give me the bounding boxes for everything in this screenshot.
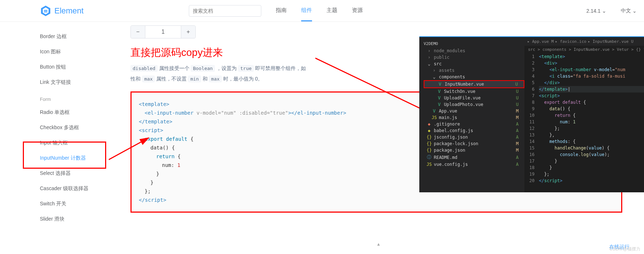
vscode-tree-item[interactable]: ◆babel.config.jsA [424,127,524,134]
nav-item[interactable]: 组件 [301,0,312,21]
vscode-tree-item[interactable]: ›public [424,54,524,61]
file-icon: ⌄ [432,74,437,79]
search-box [189,5,261,17]
file-icon: ◆ [427,128,432,133]
search-input[interactable] [189,5,261,17]
vscode-project-title: V2DEMO [419,40,524,48]
decrease-button[interactable]: − [131,26,145,38]
sidebar-group-label: Form [40,90,109,105]
watermark: CSDN @猫摆力 [609,246,640,252]
vscode-breadcrumb: src > components > InputNumber.vue > Vet… [524,46,644,53]
vscode-tree-item[interactable]: {}jsconfig.jsonA [424,134,524,140]
vscode-tab[interactable]: ▸ InputNumber.vue U [588,39,633,44]
header: Element 指南组件主题资源 2.14.1 ⌄ 中文 ⌄ [0,0,644,22]
sidebar-item[interactable]: Cascader 级联选择器 [40,181,109,196]
vscode-tree-item[interactable]: VInputNumber.vueU [424,80,524,88]
vscode-code-lines[interactable]: <template> <div> <el-input-number v-mode… [539,53,644,192]
file-icon: V [437,95,442,101]
file-icon: {} [427,141,432,146]
vscode-tree-item[interactable]: ⌄src [424,61,524,67]
sidebar-item[interactable]: Switch 开关 [40,196,109,212]
logo[interactable]: Element [40,5,84,17]
sidebar-item[interactable]: Radio 单选框 [40,105,109,120]
input-number-demo: − 1 + [130,25,196,38]
file-icon: ◆ [427,122,432,127]
sidebar-item[interactable]: Link 文字链接 [40,75,109,90]
element-logo-icon [40,5,51,17]
sidebar-item[interactable]: Input 输入框 [40,135,109,151]
code-tag: max [209,75,221,82]
vscode-panel: V2DEMO ›node_modules›public⌄src›assets⌄c… [419,36,644,192]
code-tag: Boolean [191,65,215,72]
nav-item[interactable]: 资源 [352,0,363,21]
logo-text: Element [54,6,84,16]
vscode-explorer: V2DEMO ›node_modules›public⌄src›assets⌄c… [419,37,524,192]
file-icon: V [432,108,437,114]
file-icon: V [437,102,442,107]
sidebar-item[interactable]: Icon 图标 [40,44,109,60]
sidebar-item[interactable]: Border 边框 [40,29,109,44]
file-icon: {} [427,148,432,153]
vscode-tree-item[interactable]: ›assets [424,67,524,74]
vscode-tree-item[interactable]: ◆.gitignoreA [424,121,524,127]
vscode-tree-item[interactable]: VApp.vueM [424,108,524,114]
vscode-tree-item[interactable]: JSvue.config.jsA [424,161,524,168]
file-icon: {} [427,135,432,140]
file-icon: JS [432,115,437,120]
vscode-tree-item[interactable]: JSmain.jsM [424,114,524,121]
sidebar-item[interactable]: Slider 滑块 [40,212,109,227]
vscode-tab[interactable]: ▸ favicon.ico [555,39,586,44]
vscode-tree-item[interactable]: VUploadFile.vueU [424,95,524,101]
code-tag: min [188,75,201,82]
lang-dropdown[interactable]: 中文 ⌄ [621,8,637,14]
collapse-icon[interactable]: ▲ [377,242,381,247]
file-icon: ⓘ [427,154,432,160]
vscode-tab[interactable]: ▸ App.vue M [527,39,554,44]
vscode-tree-item[interactable]: ⓘREADME.mdA [424,153,524,161]
vscode-tabs: ▸ App.vue M ▸ favicon.ico ▸ InputNumber.… [524,37,644,46]
vscode-tree-item[interactable]: VSwitchOn.vueU [424,88,524,95]
file-icon: › [427,55,432,60]
sidebar-item[interactable]: InputNumber 计数器 [40,151,109,166]
code-tag: true [238,65,254,72]
main-nav: 指南组件主题资源 [276,0,363,21]
file-icon: V [437,82,443,87]
vscode-tree-item[interactable]: ›node_modules [424,48,524,54]
version-dropdown[interactable]: 2.14.1 ⌄ [586,8,606,14]
file-icon: › [432,68,437,73]
chevron-down-icon: ⌄ [602,8,606,14]
nav-item[interactable]: 主题 [327,0,337,21]
vscode-gutter: 1234567891011121314151617181920 [524,53,539,192]
sidebar: Border 边框Icon 图标Button 按钮Link 文字链接FormRa… [0,22,109,254]
sidebar-item[interactable]: Select 选择器 [40,166,109,181]
vscode-tree-item[interactable]: {}package.jsonM [424,147,524,153]
chevron-down-icon: ⌄ [632,8,637,14]
file-icon: JS [427,162,432,167]
vscode-tree-item[interactable]: {}package-lock.jsonM [424,140,524,147]
nav-item[interactable]: 指南 [276,0,287,21]
sidebar-item[interactable]: Checkbox 多选框 [40,120,109,135]
increase-button[interactable]: + [181,26,195,38]
file-icon: › [427,48,432,53]
file-icon: ⌄ [427,61,432,66]
header-right: 2.14.1 ⌄ 中文 ⌄ [586,8,637,14]
vscode-tree-item[interactable]: ⌄components [424,74,524,80]
code-tag: disabled [130,65,158,72]
sidebar-item[interactable]: Button 按钮 [40,60,109,75]
code-tag: max [142,75,155,82]
vscode-editor: ▸ App.vue M ▸ favicon.ico ▸ InputNumber.… [524,37,644,192]
vscode-tree-item[interactable]: VUploadPhoto.vueU [424,101,524,108]
input-number-value[interactable]: 1 [145,26,181,38]
file-icon: V [437,89,442,94]
